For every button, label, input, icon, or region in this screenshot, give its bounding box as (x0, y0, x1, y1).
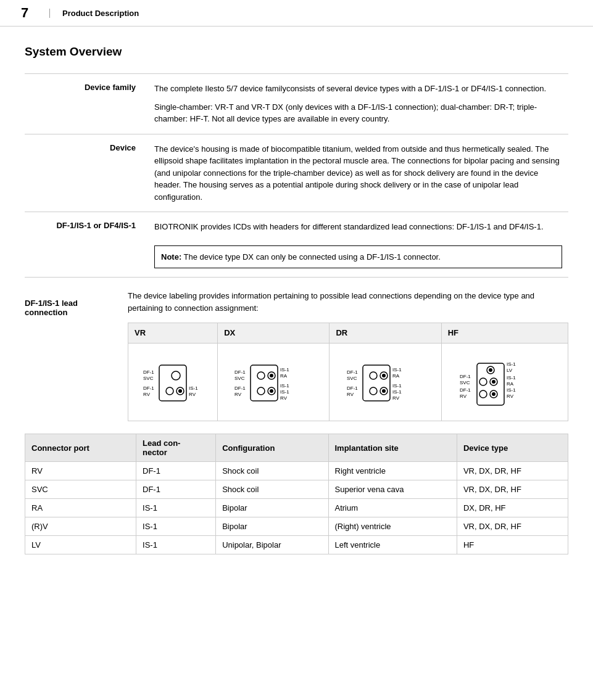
svg-text:IS-1: IS-1 (507, 387, 516, 393)
table-row: (R)VIS-1Bipolar(Right) ventricleVR, DX, … (25, 517, 568, 536)
svg-rect-4 (159, 365, 186, 401)
table-cell: SVC (25, 480, 136, 499)
main-content: System Overview Device family The comple… (0, 27, 593, 573)
diagram-dx: DF-1 SVC DF-1 RV (218, 343, 330, 421)
table-row: RAIS-1BipolarAtriumDX, DR, HF (25, 499, 568, 517)
dx-connector-svg: DF-1 SVC DF-1 RV (233, 353, 313, 408)
lead-connection-intro: The device labeling provides information… (128, 290, 568, 314)
svg-text:RV: RV (347, 392, 354, 397)
table-row: RVDF-1Shock coilRight ventricleVR, DX, D… (25, 462, 568, 480)
svg-point-55 (492, 392, 496, 396)
svg-text:IS-1: IS-1 (280, 383, 289, 389)
svg-text:RA: RA (280, 373, 288, 379)
svg-point-19 (257, 387, 265, 395)
svg-text:DF-1: DF-1 (460, 387, 471, 393)
table-cell: Bipolar (216, 517, 328, 536)
table-cell: Shock coil (216, 480, 328, 499)
page-header: 7 Product Description (0, 0, 593, 27)
lead-connection-content: The device labeling provides information… (128, 290, 568, 421)
note-label: Note: (161, 252, 181, 261)
svg-text:RA: RA (507, 381, 514, 387)
svg-point-21 (270, 389, 273, 393)
lead-connection-section: DF-1/IS-1 lead connection The device lab… (25, 290, 568, 421)
table-cell: (Right) ventricle (328, 517, 457, 536)
note-box: Note: The device type DX can only be con… (154, 245, 562, 269)
svg-text:RV: RV (234, 392, 242, 397)
svg-text:IS-1: IS-1 (392, 383, 402, 389)
svg-text:IS-1: IS-1 (189, 385, 198, 391)
diagram-hf: DF-1 SVC DF-1 RV (441, 343, 568, 421)
row-label: Device (25, 134, 148, 212)
col-header-device: Device type (457, 434, 568, 462)
connector-diagram-table: VR DX DR HF DF-1 SVC (128, 323, 568, 421)
col-header-config: Configuration (216, 434, 328, 462)
svg-point-34 (382, 374, 386, 377)
table-cell: Left ventricle (328, 536, 457, 554)
page-title: Product Description (49, 9, 139, 18)
table-cell: DX, DR, HF (457, 499, 568, 517)
table-cell: Unipolar, Bipolar (216, 536, 328, 554)
diagram-header-hf: HF (441, 323, 568, 344)
diagram-vr: DF-1 SVC DF-1 RV (128, 343, 217, 421)
svg-text:DF-1: DF-1 (347, 369, 358, 375)
row-content: The device's housing is made of biocompa… (148, 134, 568, 212)
svg-text:SVC: SVC (460, 380, 470, 385)
table-row: DF-1/IS-1 or DF4/IS-1 BIOTRONIK provides… (25, 212, 568, 278)
table-cell: DF-1 (136, 462, 216, 480)
table-cell: Bipolar (216, 499, 328, 517)
table-cell: RV (25, 462, 136, 480)
dr-connector-svg: DF-1 SVC DF-1 RV (346, 353, 426, 408)
table-cell: LV (25, 536, 136, 554)
svg-text:SVC: SVC (347, 376, 357, 381)
svg-point-53 (479, 390, 487, 398)
svg-text:LV: LV (507, 368, 513, 373)
svg-text:RV: RV (143, 392, 151, 397)
svg-text:RV: RV (392, 395, 400, 401)
section-title: System Overview (25, 45, 568, 59)
svg-text:RV: RV (460, 393, 467, 399)
table-row: LVIS-1Unipolar, BipolarLeft ventricleHF (25, 536, 568, 554)
diagram-header-dx: DX (218, 323, 330, 344)
table-cell: VR, DX, DR, HF (457, 462, 568, 480)
col-header-lead: Lead con-nector (136, 434, 216, 462)
svg-rect-15 (251, 365, 278, 401)
svg-text:IS-1: IS-1 (392, 389, 402, 395)
table-cell: VR, DX, DR, HF (457, 480, 568, 499)
svg-text:SVC: SVC (234, 376, 245, 381)
vr-connector-svg: DF-1 SVC DF-1 RV (142, 353, 204, 408)
svg-text:IS-1: IS-1 (280, 389, 289, 395)
svg-point-5 (172, 371, 180, 380)
table-cell: IS-1 (136, 499, 216, 517)
table-cell: Superior vena cava (328, 480, 457, 499)
svg-text:IS-1: IS-1 (507, 375, 516, 381)
col-header-port: Connector port (25, 434, 136, 462)
lead-connection-label: DF-1/IS-1 lead connection (25, 290, 128, 421)
svg-text:RV: RV (280, 395, 288, 401)
table-cell: IS-1 (136, 536, 216, 554)
svg-text:DF-1: DF-1 (234, 369, 246, 375)
table-cell: Right ventricle (328, 462, 457, 480)
table-row: Device The device's housing is made of b… (25, 134, 568, 212)
table-cell: HF (457, 536, 568, 554)
table-row: Device family The complete Ilesto 5/7 de… (25, 74, 568, 134)
table-cell: Shock coil (216, 462, 328, 480)
svg-rect-31 (363, 365, 390, 401)
svg-text:RV: RV (189, 392, 196, 397)
svg-text:RV: RV (507, 393, 514, 399)
svg-point-16 (257, 372, 265, 379)
svg-text:IS-1: IS-1 (280, 367, 289, 373)
svg-text:IS-1: IS-1 (507, 361, 516, 367)
svg-text:IS-1: IS-1 (392, 367, 402, 373)
table-cell: (R)V (25, 517, 136, 536)
row-label: DF-1/IS-1 or DF4/IS-1 (25, 212, 148, 278)
diagram-header-vr: VR (128, 323, 217, 344)
svg-text:SVC: SVC (143, 376, 154, 381)
svg-text:DF-1: DF-1 (460, 374, 471, 379)
svg-point-50 (479, 378, 487, 385)
table-cell: VR, DX, DR, HF (457, 517, 568, 536)
svg-text:RA: RA (392, 373, 400, 379)
svg-point-32 (370, 372, 377, 379)
svg-point-6 (166, 387, 173, 395)
info-table: Device family The complete Ilesto 5/7 de… (25, 73, 568, 278)
connector-data-table: Connector port Lead con-nector Configura… (25, 434, 568, 554)
